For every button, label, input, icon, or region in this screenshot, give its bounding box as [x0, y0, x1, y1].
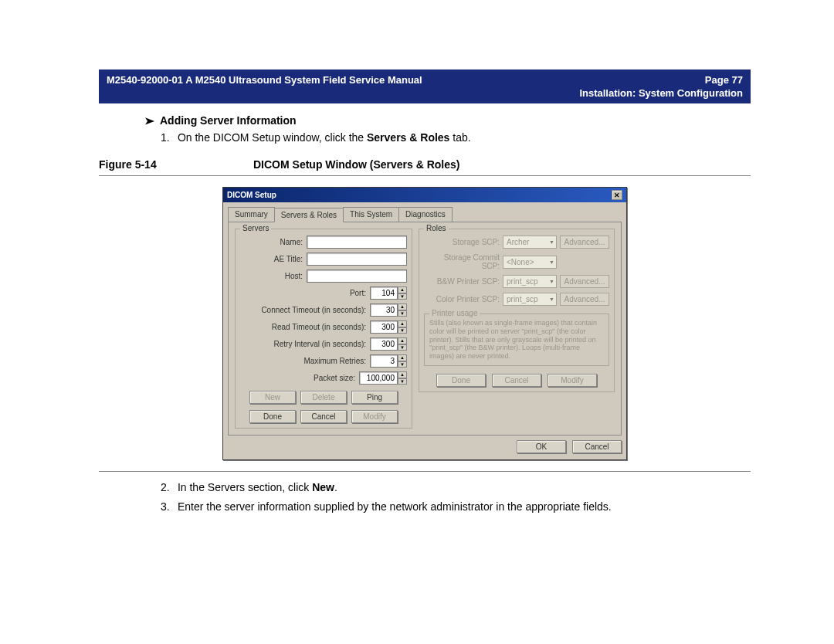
ping-button[interactable]: Ping — [351, 391, 398, 404]
titlebar[interactable]: DICOM Setup ✕ — [223, 188, 626, 202]
tab-this-system[interactable]: This System — [343, 207, 399, 222]
bw-printer-select[interactable]: print_scp▼ — [503, 275, 557, 288]
storage-advanced-button[interactable]: Advanced... — [560, 236, 609, 249]
manual-header: M2540-92000-01 A M2540 Ultrasound System… — [99, 69, 751, 103]
figure-label: Figure 5-14 — [99, 158, 253, 171]
color-printer-select[interactable]: print_scp▼ — [503, 293, 557, 306]
header-page: Page 77 — [705, 74, 743, 86]
storage-commit-select[interactable]: <None>▼ — [503, 256, 557, 269]
header-left: M2540-92000-01 A M2540 Ultrasound System… — [107, 74, 422, 86]
cancel-button[interactable]: Cancel — [572, 440, 622, 453]
figure-title: DICOM Setup Window (Servers & Roles) — [253, 158, 459, 171]
step-1: 1. On the DICOM Setup window, click the … — [161, 130, 751, 146]
chevron-down-icon: ▼ — [549, 239, 554, 245]
close-icon[interactable]: ✕ — [612, 190, 622, 200]
servers-cancel-button[interactable]: Cancel — [300, 410, 347, 423]
port-stepper[interactable]: ▲▼ — [370, 286, 407, 300]
servers-done-button[interactable]: Done — [249, 410, 296, 423]
window-title: DICOM Setup — [227, 191, 276, 199]
roles-modify-button[interactable]: Modify — [548, 374, 597, 387]
step-3: 3. Enter the server information supplied… — [161, 499, 751, 515]
roles-done-button[interactable]: Done — [436, 374, 486, 387]
step-2: 2. In the Servers section, click New. — [161, 480, 751, 496]
color-advanced-button[interactable]: Advanced... — [560, 293, 609, 306]
section-title: Adding Server Information — [160, 114, 297, 127]
up-icon: ▲ — [398, 286, 407, 293]
tab-diagnostics[interactable]: Diagnostics — [398, 207, 453, 222]
delete-button[interactable]: Delete — [300, 391, 347, 404]
tab-servers-roles[interactable]: Servers & Roles — [274, 208, 344, 222]
read-timeout-stepper[interactable]: ▲▼ — [370, 320, 407, 334]
retry-interval-stepper[interactable]: ▲▼ — [370, 337, 407, 351]
storage-scp-select[interactable]: Archer▼ — [503, 236, 557, 249]
arrow-icon: ➤ — [144, 115, 154, 127]
servers-fieldset: Servers Name: AE Title: Host: Port:▲▼ Co… — [235, 229, 412, 429]
ae-title-field[interactable] — [307, 253, 407, 266]
header-sub: Installation: System Configuration — [107, 87, 743, 99]
printer-usage-box: Printer usage Stills (also known as sing… — [424, 314, 609, 366]
bw-advanced-button[interactable]: Advanced... — [560, 275, 609, 288]
connect-timeout-stepper[interactable]: ▲▼ — [370, 303, 407, 317]
servers-modify-button[interactable]: Modify — [351, 410, 398, 423]
tab-summary[interactable]: Summary — [228, 207, 275, 222]
new-button[interactable]: New — [249, 391, 296, 404]
roles-fieldset: Roles Storage SCP: Archer▼ Advanced... S… — [419, 229, 615, 392]
name-field[interactable] — [307, 236, 407, 249]
host-field[interactable] — [307, 269, 407, 283]
dicom-setup-window: DICOM Setup ✕ Summary Servers & Roles Th… — [222, 187, 627, 460]
divider — [99, 471, 751, 472]
ok-button[interactable]: OK — [517, 440, 566, 453]
down-icon: ▼ — [398, 293, 407, 300]
packet-size-stepper[interactable]: ▲▼ — [359, 371, 407, 385]
divider — [99, 175, 751, 176]
max-retries-stepper[interactable]: ▲▼ — [370, 354, 407, 368]
roles-cancel-button[interactable]: Cancel — [492, 374, 541, 387]
